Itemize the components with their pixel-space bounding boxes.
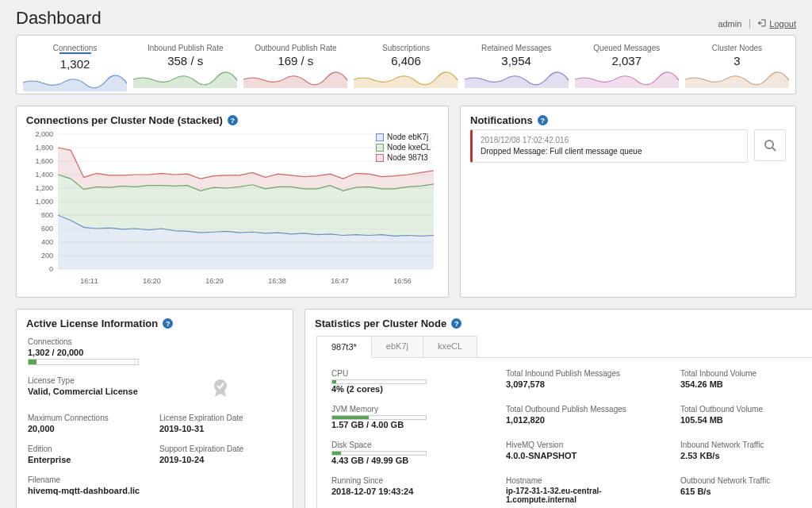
label: Connections <box>28 337 150 346</box>
svg-point-30 <box>214 379 227 392</box>
svg-text:0: 0 <box>49 265 53 273</box>
svg-text:16:56: 16:56 <box>393 277 412 285</box>
license-connections-meter <box>28 359 139 365</box>
help-icon[interactable]: ? <box>451 318 462 329</box>
summary-label: Inbound Publish Rate <box>133 44 237 52</box>
sparkline <box>243 71 347 88</box>
sparkline <box>685 71 789 88</box>
notification-message: Dropped Message: Full client message que… <box>481 146 739 157</box>
label: License Expiration Date <box>159 414 282 422</box>
disk-value: 4.43 GB / 49.99 GB <box>331 456 490 465</box>
label: Total Inbound Volume <box>680 369 799 378</box>
summary-value: 1,302 <box>23 57 127 71</box>
inbound-msgs: 3,097,578 <box>506 379 665 389</box>
svg-text:1,400: 1,400 <box>35 171 53 179</box>
label: Filename <box>28 475 282 484</box>
label: Outbound Network Traffic <box>680 476 799 485</box>
verified-seal-icon <box>209 376 232 400</box>
legend-item[interactable]: Node 987t3 <box>376 153 431 162</box>
summary-value: 3 <box>685 54 789 67</box>
label: Support Expiration Date <box>159 444 282 453</box>
svg-text:1,800: 1,800 <box>35 144 53 152</box>
notification-item[interactable]: 2018/12/08 17:02:42.016 Dropped Message:… <box>470 129 748 163</box>
svg-text:1,200: 1,200 <box>35 184 53 192</box>
running-since: 2018-12-07 19:43:24 <box>331 487 490 496</box>
node-tab[interactable]: 987t3* <box>317 337 372 358</box>
connections-chart-panel: Connections per Cluster Node (stacked) ?… <box>16 106 449 298</box>
summary-label: Retained Messages <box>465 44 569 52</box>
svg-text:2,000: 2,000 <box>35 130 53 138</box>
outbound-volume: 105.54 MB <box>680 415 799 425</box>
search-icon <box>764 139 776 152</box>
logout-link[interactable]: Logout <box>758 19 796 29</box>
current-user: admin <box>718 19 741 29</box>
svg-text:1,000: 1,000 <box>35 198 53 206</box>
svg-point-28 <box>765 140 773 148</box>
notifications-title: Notifications <box>470 114 533 126</box>
summary-card[interactable]: Inbound Publish Rate 358 / s <box>130 40 240 94</box>
hostname: ip-172-31-1-32.eu-central-1.compute.inte… <box>506 487 665 504</box>
svg-text:1,600: 1,600 <box>35 157 53 165</box>
label: CPU <box>331 369 490 378</box>
license-max-connections: 20,000 <box>28 424 150 433</box>
legend-item[interactable]: Node kxeCL <box>376 143 431 152</box>
summary-value: 2,037 <box>575 54 679 67</box>
summary-card[interactable]: Queued Messages 2,037 <box>572 40 682 94</box>
summary-label: Outbound Publish Rate <box>243 44 347 52</box>
svg-text:600: 600 <box>41 225 53 233</box>
outbound-network: 615 B/s <box>680 487 799 496</box>
node-tab[interactable]: ebK7j <box>372 337 423 357</box>
inbound-volume: 354.26 MB <box>680 379 799 389</box>
summary-card[interactable]: Connections 1,302 <box>20 40 130 94</box>
summary-card[interactable]: Subscriptions 6,406 <box>350 40 461 94</box>
label: Disk Space <box>331 441 490 449</box>
svg-text:16:20: 16:20 <box>143 277 161 285</box>
summary-value: 3,954 <box>465 54 569 67</box>
connections-chart-title: Connections per Cluster Node (stacked) <box>26 114 223 126</box>
license-expiration: 2019-10-31 <box>159 424 282 433</box>
notifications-panel: Notifications ? 2018/12/08 17:02:42.016 … <box>460 106 796 298</box>
license-filename: hivemq-mqtt-dashboard.lic <box>28 486 282 495</box>
cluster-stats-panel: Statistics per Cluster Node ? 987t3*ebK7… <box>304 309 812 508</box>
label: Total Inbound Publish Messages <box>506 369 665 378</box>
node-tab[interactable]: kxeCL <box>423 337 477 357</box>
summary-value: 358 / s <box>133 54 237 67</box>
license-connections: 1,302 / 20,000 <box>28 348 150 357</box>
license-panel: Active License Information ? Connections… <box>16 309 293 508</box>
svg-text:16:29: 16:29 <box>205 277 224 285</box>
cpu-value: 4% (2 cores) <box>331 384 490 394</box>
jvm-value: 1.57 GB / 4.00 GB <box>331 420 490 429</box>
svg-text:16:47: 16:47 <box>331 277 349 285</box>
label: Hostname <box>506 476 665 485</box>
svg-text:400: 400 <box>41 238 53 246</box>
label: Total Outbound Volume <box>680 405 799 414</box>
connections-chart: 02004006008001,0001,2001,4001,6001,8002,… <box>17 129 448 297</box>
label: Running Since <box>331 476 490 485</box>
notification-search-button[interactable] <box>754 129 786 161</box>
svg-line-29 <box>772 148 776 151</box>
label: Edition <box>28 444 150 453</box>
summary-value: 169 / s <box>243 54 347 67</box>
summary-card[interactable]: Retained Messages 3,954 <box>462 40 572 94</box>
summary-strip: Connections 1,302 Inbound Publish Rate 3… <box>16 35 796 94</box>
help-icon[interactable]: ? <box>538 115 548 125</box>
sparkline <box>354 71 458 88</box>
help-icon[interactable]: ? <box>163 318 173 329</box>
svg-text:200: 200 <box>41 252 53 260</box>
label: Total Outbound Publish Messages <box>506 405 665 414</box>
label: JVM Memory <box>331 405 490 414</box>
cluster-stats-title: Statistics per Cluster Node <box>315 318 446 329</box>
summary-card[interactable]: Outbound Publish Rate 169 / s <box>240 40 350 94</box>
summary-label: Connections <box>23 44 127 52</box>
summary-label: Queued Messages <box>575 44 679 52</box>
help-icon[interactable]: ? <box>228 115 238 125</box>
page-title: Dashboard <box>16 8 102 29</box>
license-edition: Enterprise <box>28 455 150 464</box>
label: HiveMQ Version <box>506 441 665 449</box>
legend-item[interactable]: Node ebK7j <box>376 133 431 141</box>
sparkline <box>133 71 237 88</box>
summary-label: Cluster Nodes <box>685 44 789 52</box>
summary-card[interactable]: Cluster Nodes 3 <box>682 40 792 94</box>
summary-value: 6,406 <box>354 54 458 67</box>
sparkline <box>23 74 127 91</box>
